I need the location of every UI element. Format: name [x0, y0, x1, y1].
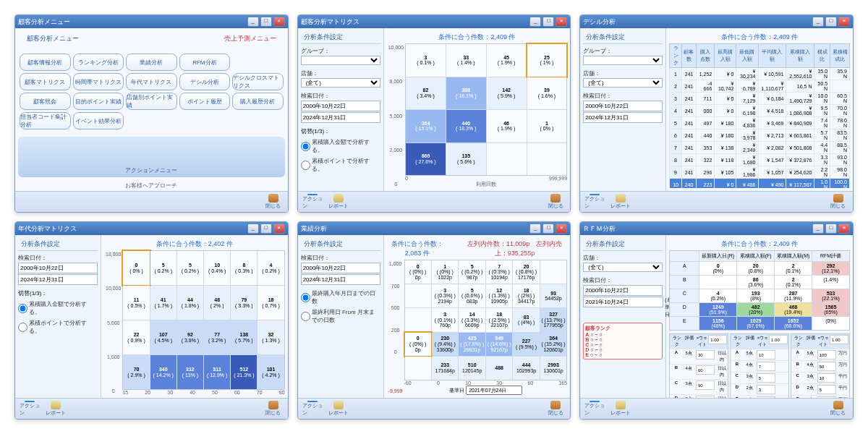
- rfm-cell[interactable]: (0%): [812, 317, 849, 330]
- matrix-cell[interactable]: 312( 13% ): [177, 355, 203, 389]
- date-to-input[interactable]: [583, 112, 663, 123]
- matrix-cell[interactable]: 41( 1.7% ): [150, 286, 176, 320]
- menu-button[interactable]: RFM分析: [179, 54, 231, 71]
- matrix-cell[interactable]: 79( 3.3% ): [231, 286, 257, 320]
- threshold-input[interactable]: [817, 350, 836, 359]
- threshold-input[interactable]: [817, 385, 836, 394]
- date-from-input[interactable]: [583, 285, 663, 296]
- maximize-button[interactable]: □: [260, 224, 272, 234]
- matrix-cell[interactable]: 3( (0.3%) )2194p: [432, 284, 458, 307]
- menu-button[interactable]: 顧客情報分析: [20, 54, 71, 71]
- rfm-cell[interactable]: 1629(67.6%): [737, 317, 774, 330]
- minimize-button[interactable]: _: [247, 224, 259, 234]
- titlebar[interactable]: 年代分析マトリクス _ □ ×: [15, 222, 288, 235]
- matrix-cell[interactable]: 142( 5.9% ): [487, 77, 527, 110]
- close-footer-button[interactable]: 閉じる: [263, 401, 284, 417]
- rfm-cell[interactable]: 292(12.1%): [812, 262, 849, 275]
- matrix-cell[interactable]: 233171684p: [432, 357, 458, 380]
- matrix-cell[interactable]: 440( 18.3% ): [446, 110, 486, 142]
- matrix-cell[interactable]: 340( 14.2% ): [150, 355, 176, 389]
- matrix-cell[interactable]: 5( 0.2% ): [177, 251, 203, 285]
- matrix-cell[interactable]: 510120145p: [459, 357, 485, 380]
- matrix-cell[interactable]: 25( 1% ): [527, 44, 567, 77]
- matrix-cell[interactable]: 666( 27.6% ): [406, 143, 446, 176]
- rfm-cell[interactable]: 1249(51.9%): [699, 303, 736, 316]
- matrix-cell[interactable]: 39( 1.6% ): [527, 77, 567, 110]
- matrix-cell[interactable]: 45( 1.9% ): [487, 44, 527, 77]
- matrix-cell[interactable]: 18( (2%) )34417p: [513, 284, 539, 307]
- matrix-cell[interactable]: 135( 5.6% ): [446, 143, 486, 176]
- matrix-cell[interactable]: [405, 284, 431, 307]
- table-row[interactable]: 6241440¥ 180¥ 3,978¥ 2,713¥ 663,8615.7 N…: [670, 129, 850, 142]
- rfm-cell[interactable]: 0(0%): [699, 262, 736, 275]
- matrix-cell[interactable]: 138( 5.7% ): [231, 320, 257, 354]
- matrix-cell[interactable]: [540, 260, 566, 284]
- rfm-cell[interactable]: 287(11.9%): [775, 289, 812, 302]
- menu-button[interactable]: デシル分析: [179, 73, 231, 90]
- report-button[interactable]: レポート: [328, 401, 349, 417]
- rfm-cell[interactable]: 4(0.2%): [699, 289, 736, 302]
- matrix-cell[interactable]: 107( 4.5% ): [150, 320, 176, 354]
- minimize-button[interactable]: _: [812, 17, 824, 27]
- matrix-cell[interactable]: [405, 357, 431, 380]
- matrix-cell[interactable]: 0( (0%) )0p: [405, 260, 431, 284]
- table-row[interactable]: 12411,252¥ 0¥ 30,234¥ 10,591¥ 2,552,6103…: [670, 68, 850, 80]
- matrix-cell[interactable]: 3( (0.1%) )760p: [432, 308, 458, 331]
- group-select[interactable]: [301, 56, 380, 65]
- menu-button[interactable]: 業績分析: [126, 54, 177, 71]
- titlebar[interactable]: ＲＦＭ分析 _ □ ×: [580, 222, 853, 235]
- titlebar[interactable]: デシル分析 _ □ ×: [580, 15, 853, 28]
- weight-input[interactable]: [708, 335, 727, 344]
- radio-point[interactable]: [18, 323, 27, 332]
- action-button[interactable]: アクション: [302, 194, 323, 210]
- matrix-cell[interactable]: 388( 16.1% ): [446, 77, 486, 110]
- matrix-cell[interactable]: 512( 21.3% ): [231, 355, 257, 389]
- menu-button[interactable]: 店舗別ポイント実績: [126, 93, 177, 110]
- report-button[interactable]: レポート: [328, 194, 349, 210]
- rfm-cell[interactable]: 482(20%): [737, 303, 774, 316]
- threshold-input[interactable]: [696, 380, 715, 390]
- titlebar[interactable]: 顧客分析メニュー _ □ ×: [15, 15, 288, 28]
- menu-button[interactable]: 担当者コード集計分析: [20, 112, 71, 129]
- matrix-cell[interactable]: 4( 0.2% ): [258, 251, 284, 285]
- radio-month-end[interactable]: [301, 312, 310, 321]
- matrix-cell[interactable]: 32( 1.3% ): [258, 320, 284, 354]
- table-row[interactable]: 8241322¥ 118¥ 1,680¥ 1,547¥ 372,8763.3 N…: [670, 154, 850, 166]
- threshold-input[interactable]: [696, 350, 715, 359]
- matrix-cell[interactable]: 14( (3.3%) )6609p: [459, 308, 485, 331]
- matrix-cell[interactable]: 70( 2.9% ): [123, 355, 149, 389]
- matrix-cell[interactable]: 230( (9.4%) )33600p: [432, 333, 458, 356]
- date-to-input[interactable]: [583, 297, 663, 307]
- close-footer-button[interactable]: 閉じる: [828, 401, 848, 417]
- radio-last-purchase[interactable]: [301, 293, 310, 302]
- rfm-cell[interactable]: 20(0.8%): [737, 262, 774, 275]
- report-button[interactable]: レポート: [610, 401, 631, 417]
- menu-button[interactable]: 目的ポイント実績: [73, 93, 124, 110]
- matrix-cell[interactable]: 18( (2.5%) )22107p: [486, 308, 512, 331]
- matrix-cell[interactable]: 3( 0.1% ): [406, 44, 446, 77]
- matrix-cell[interactable]: 18( 0.7% ): [258, 286, 284, 320]
- menu-button[interactable]: 年代マトリクス: [126, 73, 177, 90]
- close-button[interactable]: ×: [556, 17, 567, 27]
- rfm-cell[interactable]: 1652(68.6%): [775, 317, 812, 330]
- date-from-input[interactable]: [583, 101, 663, 111]
- threshold-input[interactable]: [757, 350, 775, 359]
- matrix-cell[interactable]: 364( 15.1% ): [406, 110, 446, 142]
- matrix-cell[interactable]: 364( (15.2%) )120601p: [540, 333, 566, 356]
- threshold-input[interactable]: [757, 373, 775, 383]
- matrix-cell[interactable]: [405, 308, 431, 331]
- matrix-cell[interactable]: 92( 3.8% ): [177, 320, 203, 354]
- date-from-input[interactable]: [301, 263, 380, 273]
- store-select[interactable]: (全て): [583, 78, 663, 88]
- matrix-cell[interactable]: 1( 0% ): [527, 110, 567, 142]
- report-button[interactable]: レポート: [46, 401, 66, 417]
- action-button[interactable]: アクション: [302, 401, 323, 417]
- matrix-cell[interactable]: 327( (13.7%) )177955p: [540, 308, 566, 331]
- table-row[interactable]: 3241711¥ 0¥ 7,129¥ 6,184¥ 1,490,72910.0 …: [670, 93, 850, 105]
- close-footer-button[interactable]: 閉じる: [545, 401, 566, 417]
- forecast-menu-link[interactable]: 売上予測メニュー: [218, 31, 282, 46]
- date-to-input[interactable]: [301, 112, 380, 123]
- rfm-cell[interactable]: (1.4%): [812, 276, 849, 289]
- matrix-cell[interactable]: 5( 0.2% ): [150, 251, 176, 285]
- matrix-cell[interactable]: 311( 12.9% ): [204, 355, 230, 389]
